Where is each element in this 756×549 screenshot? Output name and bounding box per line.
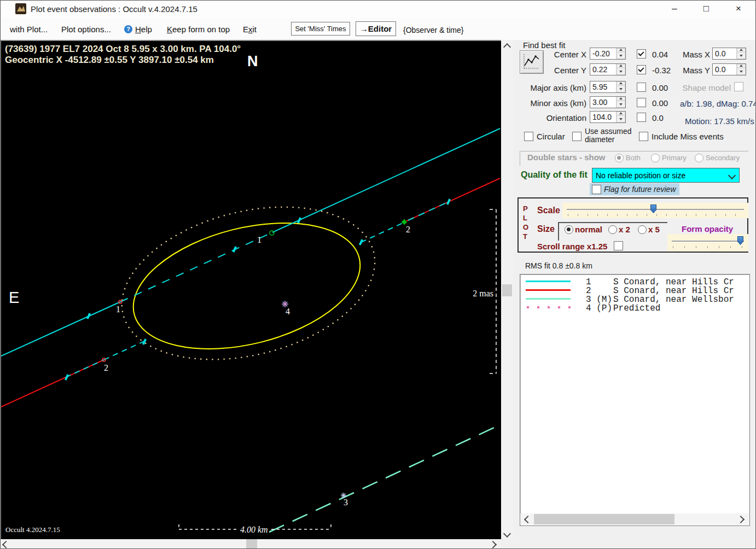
legend-scroll-thumb[interactable]	[534, 514, 674, 524]
double-stars-secondary-radio	[695, 154, 703, 162]
orientation-spinner[interactable]: 104.0	[590, 111, 626, 123]
km-scale-label: 4.00 km	[240, 525, 268, 534]
include-miss-events-label: Include Miss events	[652, 132, 724, 141]
size-x5-radio[interactable]	[638, 225, 647, 234]
menu-with-plot[interactable]: with Plot...	[10, 25, 48, 34]
orientation-label: Orientation	[492, 113, 586, 122]
legend-row-4[interactable]: 4 (P) Predicted	[520, 303, 749, 312]
center-y-down[interactable]	[617, 68, 625, 75]
legend-row-2[interactable]: 2 S Conard, near Hills Cr	[520, 286, 749, 295]
use-assumed-diameter-checkbox[interactable]	[572, 132, 581, 141]
form-opacity-groove	[672, 241, 744, 242]
legend-row-3[interactable]: 3 (M) S Conard, near Wellsbor	[520, 295, 749, 303]
size-normal-radio[interactable]	[565, 225, 573, 234]
orientation-checkbox[interactable]	[637, 113, 646, 122]
mass-x-spinner[interactable]: 0.0	[712, 48, 746, 60]
mass-x-value[interactable]: 0.0	[713, 48, 736, 59]
plot-title-line: (73639) 1977 EL7 2024 Oct 8 5.95 x 3.00 …	[5, 44, 241, 54]
flag-review-checkbox[interactable]	[592, 185, 601, 194]
center-x-down[interactable]	[617, 52, 625, 59]
chord-2-uncertainty	[66, 199, 450, 380]
minor-axis-adjust: 0.00	[652, 98, 668, 108]
legend-scroll-right-arrow[interactable]	[737, 516, 745, 523]
form-opacity-slider[interactable]	[667, 234, 748, 252]
menu-keep-on-top[interactable]: Keep form on top	[167, 25, 230, 34]
minor-axis-value[interactable]: 3.00	[590, 97, 616, 108]
plot-letter-l: L	[523, 214, 527, 222]
legend-row-1[interactable]: 1 S Conard, near Hills Cr	[520, 277, 749, 286]
title-bar: Plot event observations : Occult v.4.202…	[0, 0, 756, 17]
circular-label: Circular	[537, 132, 565, 141]
scroll-right-arrow[interactable]	[489, 541, 497, 548]
mass-x-label: Mass X	[677, 50, 710, 59]
mass-x-down[interactable]	[737, 52, 746, 59]
menu-bar: with Plot... Plot options... ? Help Keep…	[0, 17, 756, 40]
center-y-up[interactable]	[617, 64, 625, 68]
close-button[interactable]: ×	[726, 1, 751, 16]
center-y-checkbox[interactable]	[637, 65, 646, 74]
quality-combobox[interactable]: No reliable position or size	[592, 168, 740, 183]
plot-horizontal-scrollbar[interactable]	[0, 539, 501, 549]
quality-selected-value: No reliable position or size	[592, 171, 729, 180]
legend-listbox[interactable]: 1 S Conard, near Hills Cr 2 S Conard, ne…	[520, 274, 750, 526]
maximize-button[interactable]: □	[694, 1, 719, 16]
major-axis-checkbox[interactable]	[637, 83, 646, 92]
center-y-value[interactable]: 0.22	[590, 64, 616, 75]
legend-sample-cyan-line	[526, 281, 571, 282]
center-x-checkbox[interactable]	[637, 49, 646, 59]
mass-y-value[interactable]: 0.0	[713, 64, 736, 75]
mass-y-up[interactable]	[737, 64, 746, 68]
form-opacity-label: Form opacity	[682, 224, 733, 233]
double-stars-both-radio	[615, 154, 624, 162]
circular-checkbox[interactable]	[524, 132, 533, 141]
minor-axis-spinner[interactable]: 3.00	[590, 96, 626, 108]
major-axis-down[interactable]	[617, 85, 625, 92]
orientation-value[interactable]: 104.0	[590, 112, 616, 122]
scale-slider-thumb[interactable]	[650, 205, 656, 213]
rms-fit-label: RMS fit 0.8 ±0.8 km	[525, 261, 592, 270]
horizontal-scroll-thumb[interactable]	[246, 539, 257, 549]
mass-y-down[interactable]	[737, 68, 746, 75]
chord4-label: 4	[286, 307, 290, 316]
minor-axis-up[interactable]	[617, 97, 625, 101]
size-x2-radio[interactable]	[608, 225, 617, 234]
center-y-spinner[interactable]: 0.22	[590, 63, 626, 75]
vertical-scroll-thumb[interactable]	[502, 284, 512, 296]
legend-scroll-left-arrow[interactable]	[524, 516, 532, 523]
editor-button[interactable]: →Editor	[356, 21, 396, 36]
minimize-button[interactable]: –	[662, 1, 687, 16]
include-miss-events-checkbox[interactable]	[639, 132, 648, 141]
legend-sample-pale-line	[526, 298, 571, 300]
center-x-label: Center X	[492, 50, 586, 59]
center-x-value[interactable]: -0.20	[590, 48, 616, 59]
minor-axis-down[interactable]	[617, 101, 625, 108]
scale-slider[interactable]	[562, 203, 748, 218]
mass-y-spinner[interactable]: 0.0	[712, 63, 746, 75]
menu-help[interactable]: Help	[135, 25, 152, 34]
menu-plot-options[interactable]: Plot options...	[61, 25, 111, 34]
scroll-left-arrow[interactable]	[2, 541, 10, 548]
center-y-label: Center Y	[492, 66, 586, 75]
center-x-up[interactable]	[617, 48, 625, 52]
set-miss-times-button[interactable]: Set 'Miss' Times	[291, 22, 350, 36]
scroll-range-checkbox[interactable]	[614, 241, 623, 250]
major-axis-up[interactable]	[617, 81, 625, 85]
orientation-down[interactable]	[617, 115, 625, 122]
flag-review-row: Flag for future review	[590, 183, 679, 195]
minor-axis-checkbox[interactable]	[637, 98, 646, 107]
orientation-up[interactable]	[617, 112, 625, 115]
legend-scrollbar[interactable]	[520, 513, 749, 525]
form-opacity-thumb[interactable]	[737, 236, 743, 245]
combo-dropdown-icon[interactable]	[728, 171, 736, 179]
center-x-adjust: 0.04	[652, 50, 668, 59]
center-x-spinner[interactable]: -0.20	[590, 48, 626, 60]
form-opacity-ticks	[673, 246, 744, 248]
menu-exit[interactable]: Exit	[243, 25, 257, 34]
plot-area[interactable]: 1 1 2 2 3 4 (73639) 1977 EL7 2024 Oct 8 …	[0, 40, 502, 540]
major-axis-spinner[interactable]: 5.95	[590, 81, 626, 93]
mass-x-up[interactable]	[737, 48, 746, 52]
shape-model-checkbox[interactable]	[734, 82, 743, 91]
major-axis-value[interactable]: 5.95	[590, 81, 616, 92]
scroll-down-arrow[interactable]	[503, 530, 511, 538]
observer-time-label: {Observer & time}	[403, 26, 464, 34]
